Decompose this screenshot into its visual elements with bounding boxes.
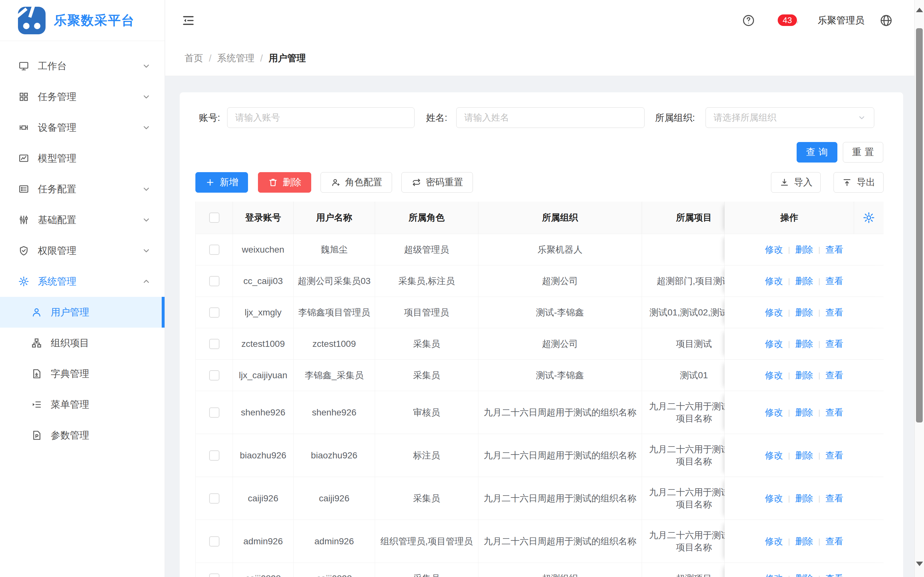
breadcrumb-system[interactable]: 系统管理	[217, 52, 254, 65]
help-icon[interactable]	[741, 13, 756, 27]
sidebar-item-label: 模型管理	[38, 152, 151, 165]
export-button[interactable]: 导出	[834, 172, 884, 193]
edit-link[interactable]: 修改	[765, 338, 783, 350]
app-logo-icon	[18, 7, 45, 34]
sidebar-item-base-config[interactable]: 基础配置	[0, 205, 165, 235]
sidebar-subitem-parameter-management[interactable]: 参数管理	[0, 420, 165, 451]
view-link[interactable]: 查看	[825, 450, 843, 462]
name-input[interactable]	[456, 107, 645, 128]
sidebar-item-label: 字典管理	[51, 367, 151, 380]
sidebar-item-label: 任务管理	[38, 90, 142, 103]
sidebar-item-task-config[interactable]: 任务配置	[0, 174, 165, 205]
sidebar-collapse-icon[interactable]	[181, 13, 195, 27]
row-checkbox[interactable]	[209, 536, 220, 546]
row-checkbox[interactable]	[209, 370, 220, 380]
delete-link[interactable]: 删除	[795, 338, 813, 350]
sidebar-subitem-org-project[interactable]: 组织项目	[0, 327, 165, 358]
sidebar-item-label: 组织项目	[51, 337, 151, 350]
scrollbar-up-arrow[interactable]	[916, 8, 923, 12]
delete-link[interactable]: 删除	[795, 572, 813, 577]
edit-link[interactable]: 修改	[765, 535, 783, 548]
edit-link[interactable]: 修改	[765, 369, 783, 382]
delete-link[interactable]: 删除	[795, 243, 813, 256]
query-button[interactable]: 查询	[796, 142, 837, 163]
edit-link[interactable]: 修改	[765, 306, 783, 319]
view-link[interactable]: 查看	[825, 338, 843, 350]
cell-org: 乐聚机器人	[478, 234, 642, 265]
row-checkbox[interactable]	[209, 408, 220, 418]
view-link[interactable]: 查看	[825, 492, 843, 504]
row-checkbox[interactable]	[209, 276, 220, 286]
cell-account: weixuchen	[233, 234, 294, 265]
cell-account: biaozhu926	[233, 434, 294, 477]
delete-button[interactable]: 删除	[258, 172, 311, 193]
delete-link[interactable]: 删除	[795, 369, 813, 382]
row-checkbox[interactable]	[209, 339, 220, 349]
org-select[interactable]: 请选择所属组织	[706, 107, 874, 128]
view-link[interactable]: 查看	[825, 369, 843, 382]
view-link[interactable]: 查看	[825, 572, 843, 577]
page-scrollbar[interactable]	[914, 0, 924, 577]
edit-link[interactable]: 修改	[765, 275, 783, 287]
sidebar-item-system-management[interactable]: 系统管理	[0, 266, 165, 297]
document-p-icon	[31, 430, 42, 441]
row-checkbox[interactable]	[209, 574, 220, 577]
row-checkbox[interactable]	[209, 245, 220, 255]
cell-org: 九月二十六日周超用于测试的组织名称	[478, 391, 642, 434]
row-checkbox[interactable]	[209, 308, 220, 318]
row-checkbox[interactable]	[209, 450, 220, 461]
view-link[interactable]: 查看	[825, 306, 843, 319]
delete-link[interactable]: 删除	[795, 406, 813, 419]
edit-link[interactable]: 修改	[765, 406, 783, 419]
sidebar-subitem-user-management[interactable]: 用户管理	[0, 297, 165, 327]
edit-link[interactable]: 修改	[765, 572, 783, 577]
select-all-checkbox[interactable]	[209, 213, 220, 223]
cell-roles: 超级管理员	[375, 234, 478, 265]
scrollbar-thumb[interactable]	[916, 28, 923, 422]
delete-link[interactable]: 删除	[795, 275, 813, 287]
delete-link[interactable]: 删除	[795, 492, 813, 504]
current-user[interactable]: 乐聚管理员	[818, 14, 864, 27]
cell-roles: 采集员	[375, 328, 478, 359]
edit-link[interactable]: 修改	[765, 492, 783, 504]
row-checkbox[interactable]	[209, 493, 220, 504]
chevron-down-icon	[857, 113, 866, 122]
cell-account: caiji926	[233, 477, 294, 520]
cell-account: shenhe926	[233, 391, 294, 434]
sidebar-item-model-management[interactable]: 模型管理	[0, 143, 165, 174]
sidebar-item-workbench[interactable]: 工作台	[0, 51, 165, 81]
role-config-button[interactable]: 角色配置	[320, 172, 392, 193]
view-link[interactable]: 查看	[825, 243, 843, 256]
column-settings-button[interactable]	[854, 201, 884, 234]
cell-roles: 项目管理员	[375, 297, 478, 328]
password-reset-button[interactable]: 密码重置	[401, 172, 473, 193]
chevron-down-icon	[142, 184, 151, 194]
header-username: 用户名称	[294, 201, 375, 234]
add-button[interactable]: 新增	[195, 172, 248, 193]
sidebar-item-permission-management[interactable]: 权限管理	[0, 235, 165, 266]
sidebar-item-task-management[interactable]: 任务管理	[0, 81, 165, 112]
delete-link[interactable]: 删除	[795, 535, 813, 548]
sidebar-subitem-menu-management[interactable]: 菜单管理	[0, 389, 165, 420]
edit-link[interactable]: 修改	[765, 450, 783, 462]
row-actions: 修改|删除|查看	[724, 359, 884, 391]
reset-button[interactable]: 重置	[843, 142, 883, 163]
breadcrumb-home[interactable]: 首页	[184, 52, 203, 65]
fixed-header: 操作	[724, 201, 884, 234]
view-link[interactable]: 查看	[825, 406, 843, 419]
delete-link[interactable]: 删除	[795, 450, 813, 462]
row-actions: 修改|删除|查看	[724, 328, 884, 359]
account-input[interactable]	[227, 107, 415, 128]
scrollbar-down-arrow[interactable]	[916, 562, 923, 566]
view-link[interactable]: 查看	[825, 535, 843, 548]
name-label: 姓名:	[426, 107, 447, 128]
edit-link[interactable]: 修改	[765, 243, 783, 256]
globe-icon[interactable]	[879, 13, 893, 27]
view-link[interactable]: 查看	[825, 275, 843, 287]
import-button[interactable]: 导入	[771, 172, 821, 193]
cell-roles: 标注员	[375, 434, 478, 477]
sidebar-subitem-dictionary-management[interactable]: 字典管理	[0, 358, 165, 389]
cell-username: 魏旭尘	[294, 234, 375, 265]
delete-link[interactable]: 删除	[795, 306, 813, 319]
sidebar-item-device-management[interactable]: 设备管理	[0, 112, 165, 143]
